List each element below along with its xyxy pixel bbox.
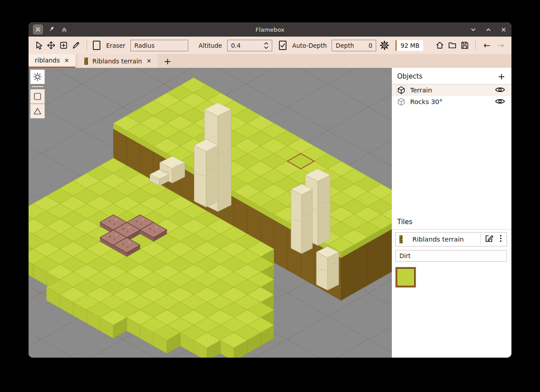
viewport-tools: [30, 70, 45, 118]
edit-tileset-icon[interactable]: [484, 234, 494, 245]
tileset-dropdown[interactable]: Riblands terrain: [395, 232, 507, 246]
divider: [392, 229, 511, 229]
viewport-tools-divider: [32, 86, 43, 87]
tab-label: Riblands terrain: [92, 58, 142, 65]
right-panel: Objects + Terrain: [392, 68, 511, 358]
visibility-eye-icon[interactable]: [495, 86, 505, 95]
eraser-label: Eraser: [106, 42, 125, 49]
visibility-eye-icon[interactable]: [495, 97, 505, 107]
sun-icon: [33, 72, 42, 82]
draw-tool-button[interactable]: [71, 40, 81, 51]
box-brush-button[interactable]: [30, 89, 45, 104]
app-logo-icon[interactable]: [33, 25, 43, 34]
object-label: Rocks 30°: [410, 98, 443, 105]
add-object-button[interactable]: +: [498, 72, 505, 81]
tab-bar: riblands ✕ Riblands terrain ✕ +: [29, 54, 511, 68]
select-tool-button[interactable]: [34, 40, 43, 51]
tileset-thumb-icon: [399, 235, 403, 243]
tiles-title: Tiles: [397, 218, 412, 226]
auto-depth-checkbox[interactable]: [279, 41, 287, 50]
object-label: Terrain: [410, 87, 432, 94]
radius-input[interactable]: [130, 40, 188, 51]
minimize-icon[interactable]: [469, 26, 477, 33]
back-arrow-button[interactable]: ←: [482, 41, 492, 50]
toolbar: Eraser Altitude 0.4 Auto-Depth Depth 0: [29, 37, 511, 54]
home-icon[interactable]: [435, 40, 444, 51]
tab-riblands-terrain[interactable]: Riblands terrain ✕: [78, 54, 158, 68]
divider: [480, 234, 481, 244]
new-tab-button[interactable]: +: [158, 54, 178, 68]
tile-swatch-dirt[interactable]: [395, 267, 416, 288]
pin-icon[interactable]: [48, 26, 55, 33]
tile-name-field[interactable]: Dirt: [395, 250, 507, 262]
auto-depth-label: Auto-Depth: [292, 42, 327, 49]
tab-label: riblands: [35, 57, 60, 64]
window-title: Flamebox: [131, 26, 409, 33]
toolbar-separator: [475, 40, 476, 51]
close-window-icon[interactable]: [500, 26, 507, 33]
tileset-name: Riblands terrain: [412, 236, 477, 243]
move-tool-button[interactable]: [46, 40, 56, 51]
tiles-section: Tiles Riblands terrain: [392, 213, 511, 288]
lighting-tool-button[interactable]: [30, 70, 45, 84]
tile-name: Dirt: [399, 252, 411, 259]
settings-gear-icon[interactable]: [379, 40, 390, 51]
tab-close-icon[interactable]: ✕: [146, 58, 151, 64]
collapse-icon[interactable]: [61, 26, 68, 33]
eraser-checkbox[interactable]: [93, 41, 100, 50]
maximize-icon[interactable]: [485, 26, 492, 33]
altitude-label: Altitude: [199, 42, 222, 49]
title-bar: Flamebox: [29, 22, 511, 37]
depth-value: 0: [369, 42, 373, 49]
object-row-terrain[interactable]: Terrain: [392, 84, 511, 96]
square-icon: [33, 92, 42, 101]
objects-section: Objects + Terrain: [392, 68, 511, 213]
triangle-icon: [33, 106, 42, 116]
object-row-rocks[interactable]: Rocks 30°: [392, 96, 511, 108]
toolbar-separator: [87, 40, 87, 51]
tileset-menu-kebab-icon[interactable]: [498, 234, 504, 245]
depth-label: Depth: [336, 42, 354, 49]
save-icon[interactable]: [460, 40, 469, 51]
cube-icon: [396, 97, 406, 107]
tab-close-icon[interactable]: ✕: [64, 57, 69, 64]
terrain-scene[interactable]: [29, 68, 392, 358]
objects-title: Objects: [397, 72, 423, 80]
memory-usage-badge: 92 MB: [395, 40, 423, 51]
ramp-brush-button[interactable]: [30, 104, 45, 118]
altitude-value: 0.4: [231, 42, 241, 49]
cube-icon: [396, 85, 406, 95]
tileset-thumb-icon: [84, 58, 88, 65]
add-box-tool-button[interactable]: [59, 40, 68, 51]
forward-arrow-button: →: [495, 41, 506, 50]
tab-riblands[interactable]: riblands ✕: [29, 54, 75, 68]
spinner-arrows-icon[interactable]: [263, 41, 269, 50]
depth-field[interactable]: Depth 0: [332, 40, 376, 51]
altitude-spinner[interactable]: 0.4: [227, 40, 272, 51]
app-window: Flamebox: [29, 22, 511, 358]
viewport-3d[interactable]: [29, 68, 392, 358]
open-folder-icon[interactable]: [448, 40, 457, 51]
